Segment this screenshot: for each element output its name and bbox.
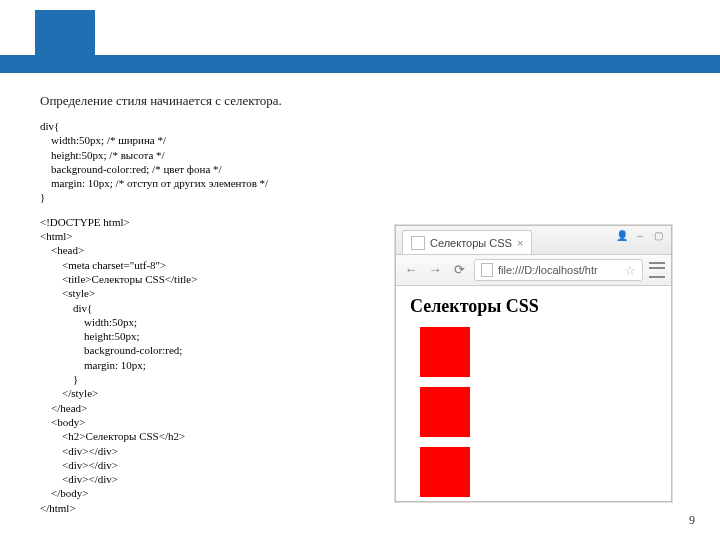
browser-tabbar: Селекторы CSS × 👤 – ▢ — [396, 226, 671, 255]
css-code-example: div{ width:50px; /* ширина */ height:50p… — [40, 119, 680, 205]
red-box — [420, 447, 470, 497]
page-icon — [411, 236, 425, 250]
address-bar[interactable]: file:///D:/localhost/htr ☆ — [474, 259, 643, 281]
bookmark-icon[interactable]: ☆ — [624, 263, 636, 278]
user-icon[interactable]: 👤 — [615, 230, 629, 242]
window-controls: 👤 – ▢ — [615, 230, 665, 242]
page-number: 9 — [689, 513, 695, 528]
close-icon[interactable]: × — [517, 237, 523, 249]
slide-title: Основы CSS3 — [105, 22, 257, 48]
maximize-icon[interactable]: ▢ — [651, 230, 665, 242]
menu-icon[interactable] — [649, 262, 665, 278]
browser-toolbar: ← → ⟳ file:///D:/localhost/htr ☆ — [396, 255, 671, 286]
browser-window: Селекторы CSS × 👤 – ▢ ← → ⟳ file:///D:/l… — [395, 225, 672, 502]
red-box — [420, 387, 470, 437]
back-icon[interactable]: ← — [402, 261, 420, 279]
red-box — [420, 327, 470, 377]
intro-text: Определение стиля начинается с селектора… — [40, 93, 680, 109]
minimize-icon[interactable]: – — [633, 230, 647, 242]
page-heading: Селекторы CSS — [410, 296, 657, 317]
forward-icon[interactable]: → — [426, 261, 444, 279]
tab-title: Селекторы CSS — [430, 237, 512, 249]
browser-tab[interactable]: Селекторы CSS × — [402, 230, 532, 254]
browser-viewport: Селекторы CSS — [396, 286, 671, 517]
header-accent-block — [35, 10, 95, 73]
reload-icon[interactable]: ⟳ — [450, 261, 468, 279]
url-text: file:///D:/localhost/htr — [498, 264, 619, 276]
document-icon — [481, 263, 493, 277]
header-accent-bar — [0, 55, 720, 73]
